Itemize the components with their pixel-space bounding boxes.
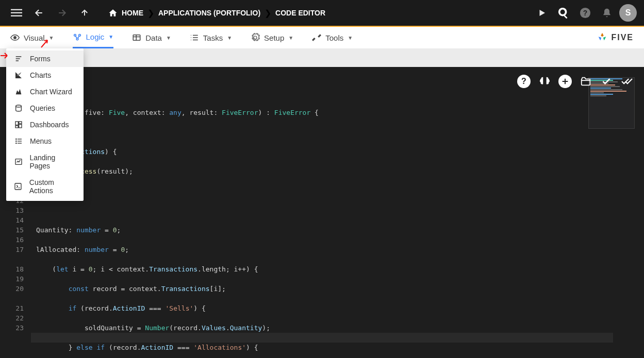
dd-forms[interactable]: Forms bbox=[6, 50, 84, 67]
search-icon[interactable] bbox=[554, 4, 573, 22]
nav-tasks[interactable]: Tasks▼ bbox=[190, 27, 232, 48]
actions-icon bbox=[13, 182, 23, 191]
brand-logo: FIVE bbox=[597, 32, 634, 43]
breadcrumb: HOME ❯ APPLICATIONS (PORTFOLIO) ❯ CODE E… bbox=[108, 8, 325, 18]
nav-tools[interactable]: Tools▼ bbox=[312, 27, 353, 48]
chevron-right-icon: ❯ bbox=[147, 8, 154, 18]
annotation-arrow-1 bbox=[40, 38, 51, 48]
svg-rect-21 bbox=[18, 139, 22, 139]
dropdown-icon: ▼ bbox=[227, 35, 232, 41]
menus-icon bbox=[13, 137, 24, 145]
gear-icon bbox=[251, 33, 260, 42]
eye-icon bbox=[10, 33, 20, 42]
up-icon[interactable] bbox=[75, 4, 94, 22]
dd-dashboards[interactable]: Dashboards bbox=[6, 116, 84, 133]
dd-charts[interactable]: Charts bbox=[6, 67, 84, 83]
add-icon[interactable] bbox=[558, 75, 572, 88]
svg-rect-5 bbox=[564, 15, 568, 19]
double-check-icon[interactable] bbox=[620, 75, 634, 88]
svg-rect-17 bbox=[15, 126, 18, 128]
code-editor[interactable]: 1 6 11 12 13 14 15 16 17 18 19 20 21 22 … bbox=[0, 67, 644, 358]
svg-rect-14 bbox=[15, 122, 18, 125]
svg-rect-15 bbox=[19, 122, 22, 124]
tools-icon bbox=[312, 33, 321, 42]
dashboard-icon bbox=[13, 121, 24, 129]
topbar: HOME ❯ APPLICATIONS (PORTFOLIO) ❯ CODE E… bbox=[0, 0, 644, 27]
dd-queries[interactable]: Queries bbox=[6, 100, 84, 116]
forward-icon bbox=[53, 4, 71, 22]
play-icon[interactable] bbox=[533, 4, 551, 22]
svg-rect-1 bbox=[11, 12, 22, 13]
svg-rect-23 bbox=[18, 143, 22, 143]
visual-dropdown: Forms Charts Chart Wizard Queries Dashbo… bbox=[6, 48, 84, 201]
crumb-home[interactable]: HOME bbox=[108, 8, 143, 18]
svg-point-19 bbox=[15, 141, 17, 142]
svg-rect-16 bbox=[19, 124, 22, 128]
nav-logic[interactable]: Logic▼ bbox=[73, 27, 114, 48]
nav-setup[interactable]: Setup▼ bbox=[251, 27, 293, 48]
charts-icon bbox=[13, 71, 24, 79]
svg-rect-22 bbox=[18, 141, 22, 141]
wizard-icon bbox=[13, 88, 24, 96]
forms-icon bbox=[13, 55, 24, 63]
bell-icon[interactable] bbox=[598, 4, 616, 22]
svg-point-13 bbox=[16, 105, 22, 107]
navbar: Visual▼ Logic▼ Data▼ Tasks▼ Setup▼ Tools… bbox=[0, 27, 644, 48]
nav-data[interactable]: Data▼ bbox=[132, 27, 171, 48]
home-icon bbox=[108, 8, 118, 18]
dropdown-icon: ▼ bbox=[288, 35, 293, 41]
dd-custom-actions[interactable]: Custom Actions bbox=[6, 174, 84, 199]
svg-point-18 bbox=[15, 139, 17, 140]
svg-point-8 bbox=[14, 37, 16, 39]
dd-landing-pages[interactable]: Landing Pages bbox=[6, 149, 84, 174]
dd-chart-wizard[interactable]: Chart Wizard bbox=[6, 83, 84, 100]
dd-menus[interactable]: Menus bbox=[6, 133, 84, 149]
chevron-right-icon: ❯ bbox=[265, 8, 271, 18]
svg-point-20 bbox=[15, 143, 17, 144]
dropdown-icon: ▼ bbox=[108, 34, 113, 40]
dropdown-icon: ▼ bbox=[348, 35, 353, 41]
svg-point-4 bbox=[560, 10, 565, 14]
crumb-code-editor[interactable]: CODE EDITOR bbox=[275, 9, 325, 17]
dropdown-icon: ▼ bbox=[166, 35, 171, 41]
crumb-applications[interactable]: APPLICATIONS (PORTFOLIO) bbox=[158, 9, 260, 17]
annotation-arrow-2 bbox=[0, 52, 9, 59]
menu-icon[interactable] bbox=[7, 4, 26, 22]
svg-text:?: ? bbox=[583, 9, 587, 17]
subheader bbox=[0, 48, 644, 67]
brain-icon[interactable] bbox=[538, 75, 551, 88]
landing-icon bbox=[13, 158, 23, 166]
avatar[interactable]: S bbox=[619, 4, 637, 22]
back-icon[interactable] bbox=[30, 4, 48, 22]
queries-icon bbox=[13, 104, 24, 112]
tasks-icon bbox=[190, 33, 199, 42]
folder-icon[interactable] bbox=[579, 75, 592, 88]
editor-toolbar: ? bbox=[517, 75, 634, 88]
logic-icon bbox=[73, 32, 82, 42]
svg-rect-2 bbox=[11, 15, 22, 16]
editor-help-icon[interactable]: ? bbox=[517, 75, 531, 88]
crumb-home-label: HOME bbox=[122, 9, 143, 17]
code-content[interactable]: ckValidSell(five: Five, context: any, re… bbox=[31, 67, 644, 358]
help-icon[interactable]: ? bbox=[576, 4, 595, 22]
check-icon[interactable] bbox=[600, 75, 613, 88]
svg-rect-0 bbox=[11, 9, 22, 10]
table-icon bbox=[132, 33, 141, 42]
